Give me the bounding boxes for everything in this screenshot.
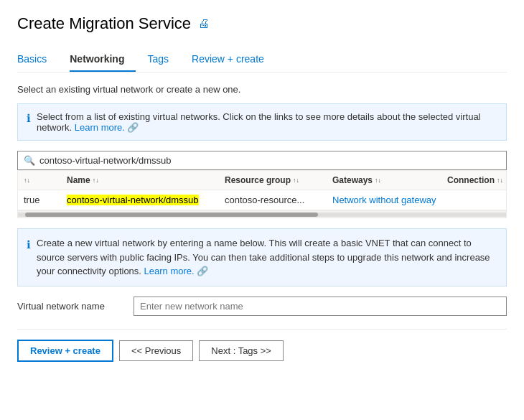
page-title: Create Migration Service [17,14,191,33]
col-header-connection[interactable]: Connection ↑↓ [447,175,507,185]
sort-icon-0: ↑↓ [24,177,30,184]
search-bar: 🔍 [17,151,507,170]
print-icon[interactable]: 🖨 [198,17,210,30]
horizontal-scrollbar[interactable] [18,210,506,218]
tab-tags[interactable]: Tags [147,47,180,72]
scrollbar-thumb [25,213,318,217]
col-header-selected: ↑↓ [24,175,67,185]
tab-networking[interactable]: Networking [70,47,136,72]
col-header-resource-group[interactable]: Resource group ↑↓ [225,175,332,185]
info-text-1: Select from a list of existing virtual n… [37,111,497,133]
table-row[interactable]: true contoso-virtual-network/dmssub cont… [18,190,506,210]
vnet-name-input[interactable] [134,297,507,316]
cell-selected: true [24,195,67,205]
col-header-gateways[interactable]: Gateways ↑↓ [332,175,447,185]
section-subtitle: Select an existing virtual network or cr… [17,84,507,95]
table-header: ↑↓ Name ↑↓ Resource group ↑↓ Gateways ↑↓… [18,171,506,190]
tab-review-create[interactable]: Review + create [192,47,276,72]
info-text-2: Create a new virtual network by entering… [37,236,497,279]
previous-button[interactable]: << Previous [119,340,193,361]
col-header-name[interactable]: Name ↑↓ [67,175,225,185]
sort-icon-4: ↑↓ [497,177,503,184]
tab-bar: Basics Networking Tags Review + create [17,47,507,73]
vnet-name-highlighted: contoso-virtual-network/dmssub [67,195,199,205]
sort-icon-1: ↑↓ [93,177,99,184]
cell-gateway: Network without gateway [332,195,447,205]
info-icon-2: ℹ [27,237,31,253]
scrollbar-track [18,213,506,217]
learn-more-link-1[interactable]: Learn more. 🔗 [75,122,139,133]
review-create-button[interactable]: Review + create [17,340,113,362]
info-icon-1: ℹ [27,112,31,125]
search-input[interactable] [39,155,500,166]
info-box-existing-vnet: ℹ Select from a list of existing virtual… [17,103,507,141]
cell-resource-group: contoso-resource... [225,195,332,205]
tab-basics[interactable]: Basics [17,47,58,72]
next-tags-button[interactable]: Next : Tags >> [199,340,284,361]
vnet-name-label: Virtual network name [17,301,125,312]
sort-icon-3: ↑↓ [375,177,381,184]
vnet-table: ↑↓ Name ↑↓ Resource group ↑↓ Gateways ↑↓… [17,170,507,218]
bottom-bar: Review + create << Previous Next : Tags … [17,329,507,362]
info-box-new-vnet: ℹ Create a new virtual network by enteri… [17,228,507,286]
cell-name: contoso-virtual-network/dmssub [67,195,225,205]
vnet-name-row: Virtual network name [17,297,507,316]
search-icon: 🔍 [24,155,35,166]
sort-icon-2: ↑↓ [293,177,299,184]
learn-more-link-2[interactable]: Learn more. 🔗 [144,266,209,276]
